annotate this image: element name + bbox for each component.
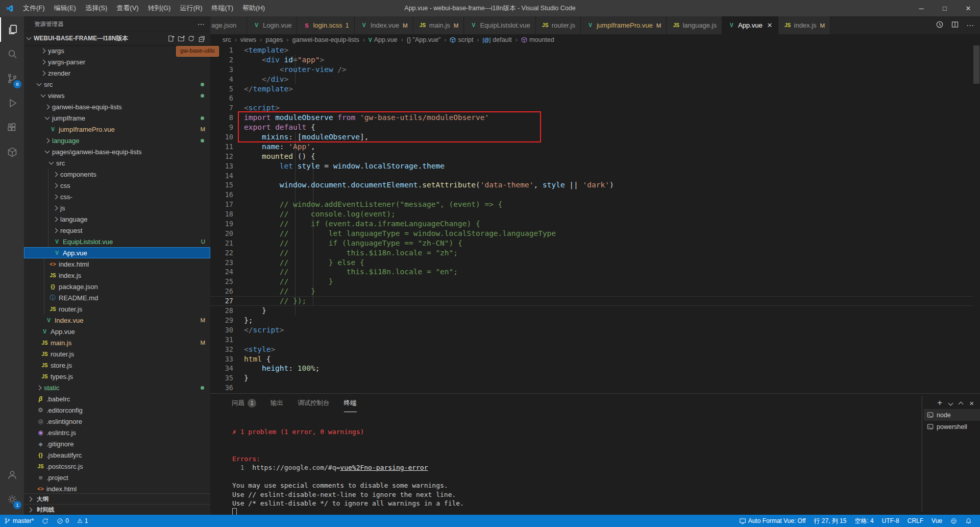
tree-file-router.js[interactable]: JSrouter.js — [24, 348, 210, 360]
tree-folder-js[interactable]: js — [24, 202, 210, 213]
new-terminal-icon[interactable]: + — [937, 398, 942, 408]
panel-tab-调试控制台[interactable]: 调试控制台 — [298, 394, 330, 412]
tree-file-README.md[interactable]: ⓘREADME.md — [24, 292, 210, 303]
status-CRLF[interactable]: CRLF — [903, 515, 927, 527]
status-行27列15[interactable]: 行 27, 列 15 — [810, 515, 850, 527]
status-1[interactable]: ⚠1 — [73, 515, 92, 527]
menu-item[interactable]: 查看(V) — [112, 0, 143, 16]
close-button[interactable]: ✕ — [957, 0, 980, 16]
status-AutoFormatVueOff[interactable]: Auto Format Vue: Off — [735, 515, 810, 527]
tree-file-router.js[interactable]: JSrouter.js — [24, 303, 210, 315]
activity-settings-icon[interactable]: 1 — [0, 487, 24, 512]
split-editor-icon[interactable] — [951, 20, 959, 30]
activity-account-icon[interactable] — [0, 463, 24, 487]
tree-file-.editorconfig[interactable]: ⚙.editorconfig — [24, 404, 210, 416]
explorer-section-header[interactable]: WEBUI-BASE-FRAME---I18N版本 — [24, 32, 210, 45]
tree-folder-css[interactable]: css — [24, 180, 210, 191]
status-0[interactable]: 0 — [53, 515, 73, 527]
terminal-dropdown-icon[interactable] — [948, 400, 953, 405]
panel-tab-问题[interactable]: 问题1 — [232, 394, 256, 412]
tree-folder-pages\ganwei-base-equip-lists[interactable]: pages\ganwei-base-equip-lists — [24, 146, 210, 157]
tree-file-types.js[interactable]: JStypes.js — [24, 371, 210, 382]
tab-language.js[interactable]: JSlanguage.js — [667, 16, 722, 34]
tree-folder-src[interactable]: src — [24, 157, 210, 169]
tree-file-.jsbeautifyrc[interactable]: {}.jsbeautifyrc — [24, 449, 210, 461]
menu-item[interactable]: 终端(T) — [207, 0, 238, 16]
more-actions-icon[interactable]: ⋯ — [966, 21, 974, 30]
status-空格4[interactable]: 空格: 4 — [850, 515, 877, 527]
activity-extensions-icon[interactable] — [0, 115, 24, 140]
tree-file-store.js[interactable]: JSstore.js — [24, 360, 210, 371]
tree-folder-src[interactable]: src — [24, 79, 210, 90]
tree-folder-request[interactable]: request — [24, 225, 210, 236]
tree-file-App.vue[interactable]: VApp.vue — [24, 247, 210, 258]
status-Vue[interactable]: Vue — [927, 515, 946, 527]
collapse-all-icon[interactable] — [196, 34, 206, 43]
tab-EquipListslot.vue[interactable]: VEquipListslot.vue — [464, 16, 535, 34]
tree-folder-views[interactable]: views — [24, 90, 210, 101]
tree-file-EquipListslot.vue[interactable]: VEquipListslot.vueU — [24, 236, 210, 247]
new-folder-icon[interactable] — [176, 34, 186, 43]
tree-file-Index.vue[interactable]: VIndex.vueM — [24, 315, 210, 326]
tree-file-main.js[interactable]: JSmain.jsM — [24, 337, 210, 348]
activity-explorer-icon[interactable] — [0, 17, 24, 42]
status-UTF8[interactable]: UTF-8 — [878, 515, 903, 527]
tab-jumpIframePro.vue[interactable]: VjumpIframePro.vueM — [581, 16, 667, 34]
minimize-button[interactable]: ─ — [910, 0, 933, 16]
tree-file-.eslintrc.js[interactable]: ◉.eslintrc.js — [24, 427, 210, 438]
breadcrumb-item-Appvue[interactable]: VApp.vue — [369, 36, 398, 43]
tree-file-.eslintignore[interactable]: ◎.eslintignore — [24, 416, 210, 427]
tree-folder-css-[interactable]: css- — [24, 191, 210, 202]
maximize-panel-icon[interactable] — [959, 401, 964, 406]
new-file-icon[interactable] — [165, 34, 176, 43]
tree-file-.babelrc[interactable]: β.babelrc — [24, 393, 210, 404]
menu-item[interactable]: 帮助(H) — [238, 0, 270, 16]
tree-file-index.html[interactable]: <>index.html — [24, 483, 210, 494]
breadcrumb-item-pages[interactable]: pages — [265, 36, 283, 43]
tab-Login.vue[interactable]: VLogin.vue — [247, 16, 297, 34]
tab-Index.vue[interactable]: VIndex.vueM — [355, 16, 413, 34]
breadcrumb-item-Appvue[interactable]: {} "App.vue" — [407, 36, 441, 43]
code-editor[interactable]: 1<template>2 <div id="app">3 <router-vie… — [210, 45, 980, 393]
menu-item[interactable]: 转到(G) — [143, 0, 176, 16]
open-changes-icon[interactable] — [936, 20, 944, 30]
breadcrumb-item-views[interactable]: views — [240, 36, 256, 43]
menu-item[interactable]: 编辑(E) — [50, 0, 81, 16]
breadcrumb-item-script[interactable]: script — [450, 36, 473, 43]
breadcrumb-item-ganweibaseequiplists[interactable]: ganwei-base-equip-lists — [292, 36, 359, 43]
tree-file-.gitignore[interactable]: ◆.gitignore — [24, 438, 210, 449]
tree-file-package.json[interactable]: {}package.json — [24, 281, 210, 292]
activity-remote-icon[interactable] — [0, 140, 24, 164]
status-bell[interactable] — [961, 515, 976, 527]
panel-tab-输出[interactable]: 输出 — [271, 394, 283, 412]
status-feedback[interactable] — [946, 515, 961, 527]
refresh-icon[interactable] — [186, 34, 196, 43]
sidebar-more-actions-icon[interactable]: ⋯ — [198, 20, 205, 28]
sidebar-section-大纲[interactable]: 大纲 — [24, 493, 210, 504]
tree-folder-language[interactable]: language — [24, 135, 210, 146]
breadcrumb-item-mounted[interactable]: mounted — [521, 36, 554, 43]
tree-file-jumpIframePro.vue[interactable]: VjumpIframePro.vueM — [24, 124, 210, 135]
tree-file-App.vue[interactable]: VApp.vue — [24, 326, 210, 337]
breadcrumb[interactable]: src›views›pages›ganwei-base-equip-lists›… — [210, 34, 980, 45]
breadcrumb-item-src[interactable]: src — [223, 36, 231, 43]
tab-main.js[interactable]: JSmain.jsM — [413, 16, 464, 34]
tree-folder-jumpIframe[interactable]: jumpIframe — [24, 112, 210, 124]
tree-folder-yargs-parser[interactable]: yargs-parser — [24, 56, 210, 67]
tree-folder-components[interactable]: components — [24, 169, 210, 180]
tree-folder-language[interactable]: language — [24, 213, 210, 225]
tab-App.vue[interactable]: VApp.vue✕ — [722, 16, 778, 34]
panel-tab-终端[interactable]: 终端 — [344, 394, 357, 412]
menu-item[interactable]: 选择(S) — [81, 0, 112, 16]
tree-folder-ganwei-base-equip-lists[interactable]: ganwei-base-equip-lists — [24, 101, 210, 112]
tree-file-index.js[interactable]: JSindex.js — [24, 270, 210, 281]
tree-file-.project[interactable]: ≡.project — [24, 472, 210, 483]
tree-file-.postcssrc.js[interactable]: JS.postcssrc.js — [24, 461, 210, 472]
tab-index.js[interactable]: JSindex.jsM — [778, 16, 831, 34]
menu-item[interactable]: 运行(R) — [175, 0, 207, 16]
tab-login.scss[interactable]: Slogin.scss1 — [297, 16, 354, 34]
sidebar-section-时间线[interactable]: 时间线 — [24, 504, 210, 515]
menu-item[interactable]: 文件(F) — [18, 0, 50, 16]
activity-source-control-icon[interactable]: 8 — [0, 66, 24, 91]
tab-age.json[interactable]: age.json — [210, 16, 247, 34]
